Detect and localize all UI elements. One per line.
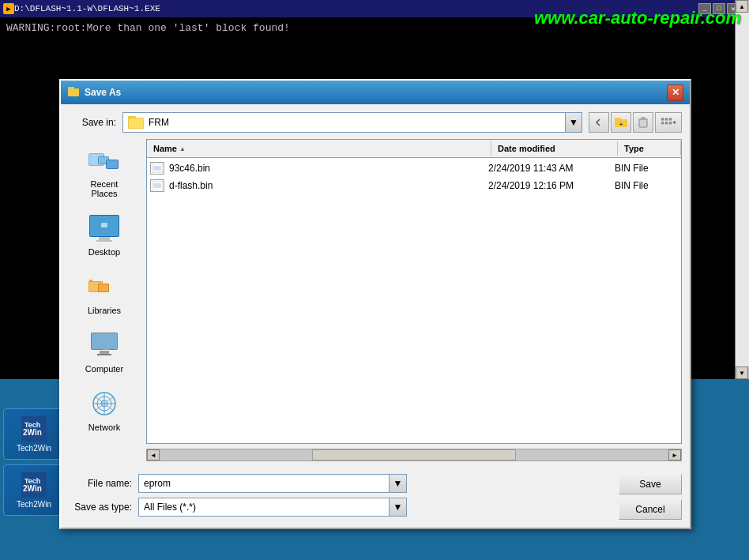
- dialog-body: Save in: FRM ▼: [61, 104, 690, 528]
- file-list-header: Name ▲ Date modified Type: [147, 140, 681, 158]
- file-name-1: d-flash.bin: [169, 180, 488, 191]
- svg-rect-44: [103, 348, 109, 350]
- svg-rect-16: [641, 117, 645, 118]
- svg-rect-18: [665, 118, 668, 120]
- svg-rect-17: [661, 118, 664, 120]
- h-scroll-track[interactable]: [160, 449, 668, 460]
- svg-rect-32: [96, 240, 112, 242]
- file-list: Name ▲ Date modified Type: [146, 139, 682, 444]
- save-in-control: FRM ▼ +: [122, 112, 682, 133]
- file-name-0: 93c46.bin: [169, 163, 488, 174]
- view-options-button[interactable]: [655, 112, 682, 133]
- left-sidebar: Recent Places Desktop: [69, 139, 140, 461]
- file-row-1[interactable]: d-flash.bin 2/24/2019 12:16 PM BIN File: [147, 177, 681, 194]
- taskbar-label-1: Tech2Win: [17, 444, 51, 453]
- tech2win-icon-2: Tech 2Win: [21, 472, 47, 498]
- svg-rect-38: [89, 280, 92, 282]
- save-as-type-dropdown-btn[interactable]: ▼: [390, 498, 407, 517]
- file-area: Name ▲ Date modified Type: [146, 139, 682, 461]
- desktop-icon: [87, 212, 122, 244]
- svg-text:2Win: 2Win: [23, 428, 42, 437]
- file-type-1: BIN File: [615, 180, 678, 191]
- sidebar-label-recent-places: Recent Places: [77, 179, 132, 198]
- save-as-type-label: Save as type:: [69, 502, 132, 513]
- sidebar-item-network[interactable]: Network: [73, 382, 136, 438]
- h-scroll-right-btn[interactable]: ►: [668, 449, 681, 460]
- svg-rect-12: [615, 118, 621, 120]
- network-icon: [87, 388, 122, 419]
- svg-rect-19: [669, 118, 672, 120]
- svg-rect-6: [68, 88, 79, 96]
- svg-rect-21: [665, 122, 668, 124]
- form-fields: File name: ▼ Save as type: ▼: [69, 471, 612, 520]
- file-name-label: File name:: [69, 478, 132, 489]
- cancel-button[interactable]: Cancel: [619, 499, 682, 520]
- bottom-form: File name: ▼ Save as type: ▼ S: [69, 471, 682, 520]
- computer-icon: [87, 329, 122, 361]
- sidebar-item-libraries[interactable]: Libraries: [73, 265, 136, 321]
- svg-text:2Win: 2Win: [23, 484, 42, 493]
- sidebar-label-libraries: Libraries: [88, 306, 121, 315]
- save-in-dropdown-btn[interactable]: ▼: [565, 112, 582, 133]
- sidebar-label-network: Network: [88, 423, 120, 432]
- scroll-down-btn[interactable]: ▼: [736, 366, 748, 379]
- save-in-dropdown[interactable]: FRM: [122, 112, 565, 133]
- file-icon-0: [150, 162, 164, 175]
- svg-rect-14: [639, 119, 647, 127]
- terminal-scrollbar[interactable]: ▲ ▼: [735, 0, 749, 379]
- sidebar-label-desktop: Desktop: [88, 247, 120, 257]
- back-button[interactable]: [589, 112, 609, 133]
- svg-rect-22: [669, 122, 672, 124]
- taskbar-item-tech2win-1[interactable]: Tech 2Win Tech2Win: [3, 408, 65, 460]
- taskbar-label-2: Tech2Win: [17, 500, 51, 509]
- svg-rect-43: [97, 354, 111, 355]
- new-folder-button[interactable]: +: [611, 112, 631, 133]
- h-scroll-left-btn[interactable]: ◄: [147, 449, 160, 460]
- recent-places-icon: [87, 145, 122, 176]
- svg-rect-33: [101, 223, 107, 227]
- dialog-titlebar: Save As ✕: [61, 81, 690, 104]
- svg-text:+: +: [619, 121, 623, 128]
- save-in-value: FRM: [149, 117, 560, 128]
- svg-rect-28: [107, 160, 118, 168]
- save-as-type-row: Save as type: ▼: [69, 498, 612, 517]
- file-name-dropdown-btn[interactable]: ▼: [390, 474, 407, 493]
- save-as-type-input[interactable]: [138, 498, 390, 517]
- h-scroll-thumb: [312, 449, 516, 460]
- file-row-0[interactable]: 93c46.bin 2/24/2019 11:43 AM BIN File: [147, 160, 681, 177]
- toolbar-buttons: +: [589, 112, 682, 133]
- save-button[interactable]: Save: [619, 474, 682, 494]
- col-header-type[interactable]: Type: [618, 141, 681, 156]
- sort-arrow-name: ▲: [179, 145, 186, 152]
- dialog-close-button[interactable]: ✕: [667, 85, 683, 101]
- terminal-warning: WARNING:root:More than one 'last' block …: [6, 22, 290, 34]
- main-content-area: Recent Places Desktop: [69, 139, 682, 461]
- dialog-title-icon: [67, 86, 80, 99]
- terminal-title: D:\DFLASH~1.1-W\DFLASH~1.EXE: [14, 4, 160, 13]
- svg-rect-7: [68, 87, 74, 88]
- sidebar-item-recent-places[interactable]: Recent Places: [73, 139, 136, 204]
- sidebar-item-desktop[interactable]: Desktop: [73, 207, 136, 262]
- svg-rect-41: [92, 333, 117, 349]
- file-list-body: 93c46.bin 2/24/2019 11:43 AM BIN File: [147, 158, 681, 443]
- delete-button[interactable]: [633, 112, 653, 133]
- save-as-dialog: Save As ✕ Save in: FRM ▼: [59, 79, 691, 529]
- col-header-date[interactable]: Date modified: [491, 141, 618, 156]
- file-type-0: BIN File: [615, 163, 678, 174]
- taskbar-items: Tech 2Win Tech2Win Tech 2Win Tech2Win: [0, 404, 68, 521]
- svg-rect-31: [99, 237, 110, 240]
- tech2win-icon-1: Tech 2Win: [21, 416, 47, 442]
- save-as-type-input-container: ▼: [138, 498, 407, 517]
- svg-rect-42: [100, 351, 109, 354]
- horizontal-scrollbar[interactable]: ◄ ►: [146, 449, 682, 461]
- svg-rect-10: [129, 118, 143, 128]
- terminal-icon: ▶: [3, 3, 14, 14]
- file-date-0: 2/24/2019 11:43 AM: [488, 163, 615, 174]
- svg-rect-37: [99, 284, 108, 291]
- file-icon-1: [150, 179, 164, 192]
- col-header-name[interactable]: Name ▲: [147, 141, 491, 156]
- file-name-input[interactable]: [138, 474, 390, 493]
- taskbar-item-tech2win-2[interactable]: Tech 2Win Tech2Win: [3, 464, 65, 516]
- sidebar-item-computer[interactable]: Computer: [73, 324, 136, 379]
- save-in-row: Save in: FRM ▼: [69, 112, 682, 133]
